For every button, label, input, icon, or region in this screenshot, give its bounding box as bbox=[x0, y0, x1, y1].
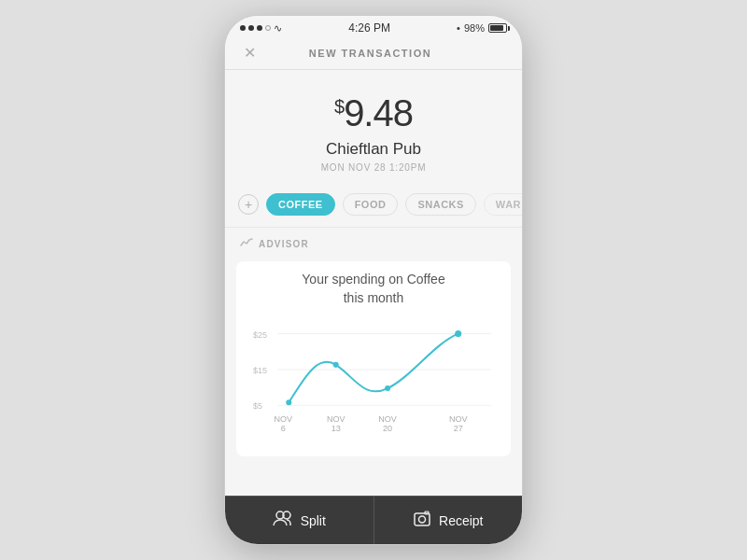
category-food[interactable]: FOOD bbox=[343, 193, 399, 216]
x-label-nov20-bottom: 20 bbox=[383, 425, 392, 434]
category-snacks[interactable]: SNACKS bbox=[405, 193, 475, 216]
split-label: Split bbox=[301, 513, 326, 528]
x-label-nov27-bottom: 27 bbox=[454, 425, 463, 434]
chart-title: Your spending on Coffeethis month bbox=[251, 271, 496, 307]
category-war[interactable]: WAR bbox=[484, 193, 522, 216]
bluetooth-icon: • bbox=[457, 22, 460, 34]
signal-indicators: ∿ bbox=[240, 22, 282, 35]
status-right: • 98% bbox=[457, 22, 507, 34]
wifi-icon: ∿ bbox=[274, 22, 282, 35]
svg-rect-5 bbox=[415, 513, 430, 525]
svg-point-6 bbox=[419, 516, 426, 523]
amount-section: $9.48 Chieftlan Pub MON NOV 28 1:20PM bbox=[225, 70, 522, 182]
data-point-4 bbox=[455, 330, 461, 337]
data-point-2 bbox=[333, 362, 339, 368]
chart-path bbox=[289, 334, 458, 403]
status-time: 4:26 PM bbox=[348, 21, 390, 35]
receipt-button[interactable]: Receipt bbox=[374, 497, 523, 544]
advisor-label: ADVISOR bbox=[259, 239, 309, 249]
phone-frame: ∿ 4:26 PM • 98% ✕ NEW TRANSACTION $9.48 … bbox=[224, 15, 523, 545]
y-label-15: $15 bbox=[253, 366, 267, 375]
battery-percentage: 98% bbox=[464, 22, 485, 34]
nav-title: NEW TRANSACTION bbox=[309, 48, 431, 59]
x-label-nov27-top: NOV bbox=[449, 415, 468, 425]
receipt-label: Receipt bbox=[439, 513, 483, 528]
chart-container: $25 $15 $5 NOV bbox=[251, 320, 496, 441]
main-content: $9.48 Chieftlan Pub MON NOV 28 1:20PM + … bbox=[225, 70, 522, 496]
chart-section: Your spending on Coffeethis month $25 $1… bbox=[236, 261, 511, 456]
advisor-header: ADVISOR bbox=[240, 237, 507, 250]
chart-icon bbox=[240, 237, 253, 250]
data-point-1 bbox=[286, 399, 291, 405]
x-label-nov6-bottom: 6 bbox=[281, 425, 286, 434]
add-category-button[interactable]: + bbox=[238, 194, 259, 215]
bottom-bar: Split Receipt bbox=[225, 496, 522, 544]
amount-value: 9.48 bbox=[344, 92, 413, 133]
split-button[interactable]: Split bbox=[225, 497, 374, 544]
category-row: + COFFEE FOOD SNACKS WAR bbox=[225, 182, 522, 227]
nav-bar: ✕ NEW TRANSACTION bbox=[225, 38, 522, 70]
split-icon bbox=[273, 510, 293, 531]
close-button[interactable]: ✕ bbox=[244, 44, 256, 62]
plus-icon: + bbox=[245, 197, 252, 212]
status-bar: ∿ 4:26 PM • 98% bbox=[225, 16, 522, 38]
transaction-amount: $9.48 bbox=[244, 92, 503, 134]
y-label-5: $5 bbox=[253, 401, 262, 411]
x-label-nov13-top: NOV bbox=[327, 415, 345, 425]
battery-icon bbox=[488, 23, 507, 33]
y-label-25: $25 bbox=[253, 330, 267, 340]
signal-dot-2 bbox=[248, 25, 254, 31]
signal-dot-3 bbox=[257, 25, 262, 31]
transaction-date: MON NOV 28 1:20PM bbox=[244, 162, 503, 173]
signal-dot-1 bbox=[240, 25, 246, 31]
advisor-section: ADVISOR bbox=[225, 227, 522, 254]
receipt-icon bbox=[413, 510, 431, 531]
battery-fill bbox=[490, 25, 503, 31]
x-label-nov20-top: NOV bbox=[378, 415, 397, 425]
currency-symbol: $ bbox=[334, 96, 344, 117]
x-label-nov6-top: NOV bbox=[274, 415, 292, 425]
x-label-nov13-bottom: 13 bbox=[331, 425, 341, 434]
data-point-3 bbox=[385, 385, 390, 391]
spending-chart: $25 $15 $5 NOV bbox=[251, 320, 496, 441]
merchant-name: Chieftlan Pub bbox=[244, 140, 503, 159]
signal-dot-4 bbox=[265, 25, 271, 31]
category-coffee[interactable]: COFFEE bbox=[266, 193, 335, 216]
